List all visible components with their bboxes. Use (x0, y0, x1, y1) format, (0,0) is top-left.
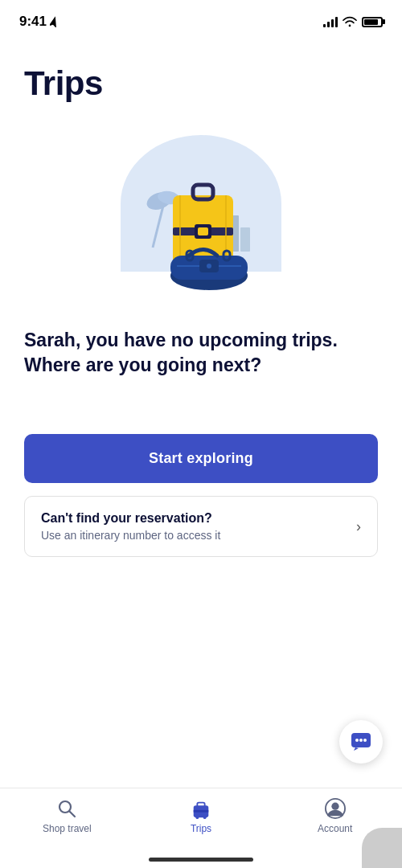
page-title: Trips (24, 64, 378, 103)
svg-point-25 (363, 739, 367, 742)
svg-point-19 (207, 264, 211, 268)
location-arrow-icon (50, 16, 58, 27)
svg-line-27 (70, 812, 76, 817)
svg-point-23 (355, 739, 359, 742)
svg-point-31 (196, 816, 199, 819)
home-indicator (149, 858, 253, 862)
battery-icon (362, 17, 383, 27)
chat-button[interactable] (339, 720, 383, 764)
status-bar: 9:41 (0, 0, 402, 40)
status-time: 9:41 (19, 14, 58, 30)
svg-point-32 (203, 816, 207, 819)
reservation-text: Can't find your reservation? Use an itin… (41, 511, 356, 542)
signal-icon (323, 16, 338, 27)
nav-item-shop-travel[interactable]: Shop travel (0, 798, 134, 834)
trips-icon (191, 798, 211, 819)
search-icon (56, 798, 77, 819)
reservation-title: Can't find your reservation? (41, 511, 356, 526)
corner-decoration (362, 828, 402, 868)
nav-label-shop-travel: Shop travel (43, 823, 92, 834)
no-trips-message: Sarah, you have no upcoming trips. Where… (24, 328, 378, 378)
trips-illustration (113, 135, 289, 296)
svg-rect-5 (240, 227, 250, 252)
wifi-icon (343, 16, 357, 27)
chat-icon (351, 732, 371, 751)
account-icon (325, 798, 346, 819)
illustration-container (24, 135, 378, 296)
chevron-right-icon: › (356, 518, 361, 535)
bottom-nav: Shop travel Trips Account (0, 788, 402, 868)
main-content: Trips (0, 40, 402, 557)
status-icons (323, 16, 383, 27)
svg-rect-10 (198, 227, 208, 235)
luggage-svg (129, 151, 273, 296)
svg-point-24 (359, 739, 363, 742)
nav-item-trips[interactable]: Trips (134, 798, 269, 834)
nav-label-account: Account (318, 823, 352, 834)
nav-label-trips: Trips (191, 823, 211, 834)
start-exploring-button[interactable]: Start exploring (24, 434, 378, 483)
svg-rect-30 (194, 810, 209, 813)
reservation-subtitle: Use an itinerary number to access it (41, 529, 356, 542)
svg-point-34 (331, 803, 338, 810)
find-reservation-card[interactable]: Can't find your reservation? Use an itin… (24, 496, 378, 557)
